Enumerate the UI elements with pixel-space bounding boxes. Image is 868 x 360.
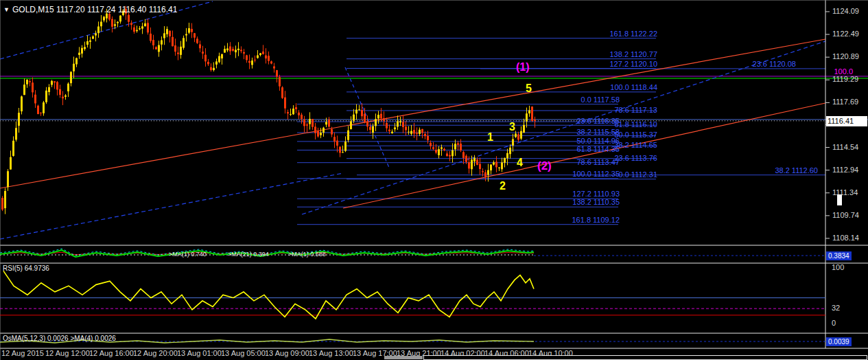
trend-line (0, 173, 343, 239)
rsi-indicator-label: RSI(5) 64.9736 (3, 265, 49, 272)
price-axis-marker (837, 194, 842, 205)
current-price-box: 1116.41 (826, 116, 867, 126)
osma-value-box: 0.0039 (826, 337, 852, 346)
chevron-down-icon[interactable]: ▼ (3, 7, 10, 13)
osma-indicator-label: OsMA(5,12,3) 0.0026 >MA(4) 0.0026 (3, 335, 116, 342)
trend-line (343, 103, 825, 208)
chart-canvas[interactable] (0, 0, 868, 360)
trend-line (0, 39, 825, 188)
symbol-ohlc-title: GOLD,M15 1117.20 1117.24 1116.40 1116.41 (12, 5, 177, 14)
rsi-line (3, 271, 534, 319)
horizontal-scrollbar-thumb[interactable] (384, 356, 423, 359)
chart-window: 161.8 1122.22138.2 1120.77127.2 1120.101… (0, 0, 868, 360)
trend-line (302, 41, 825, 214)
horizontal-scrollbar-track[interactable] (423, 355, 867, 360)
band-value-box: 0.3834 (826, 251, 852, 260)
